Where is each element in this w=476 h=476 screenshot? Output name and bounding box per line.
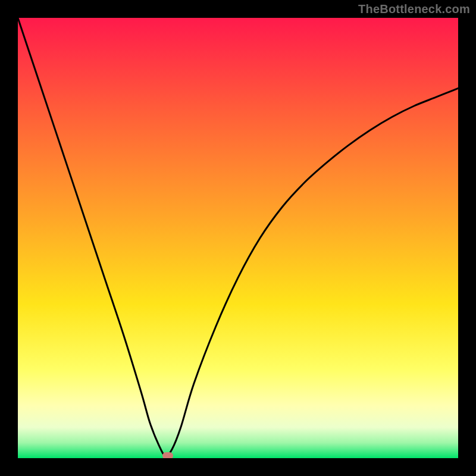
watermark-text: TheBottleneck.com <box>358 2 470 16</box>
plot-area <box>18 18 458 458</box>
optimum-marker <box>162 452 173 458</box>
svg-rect-0 <box>18 18 458 458</box>
chart-frame: TheBottleneck.com <box>0 0 476 476</box>
background-gradient <box>18 18 458 458</box>
